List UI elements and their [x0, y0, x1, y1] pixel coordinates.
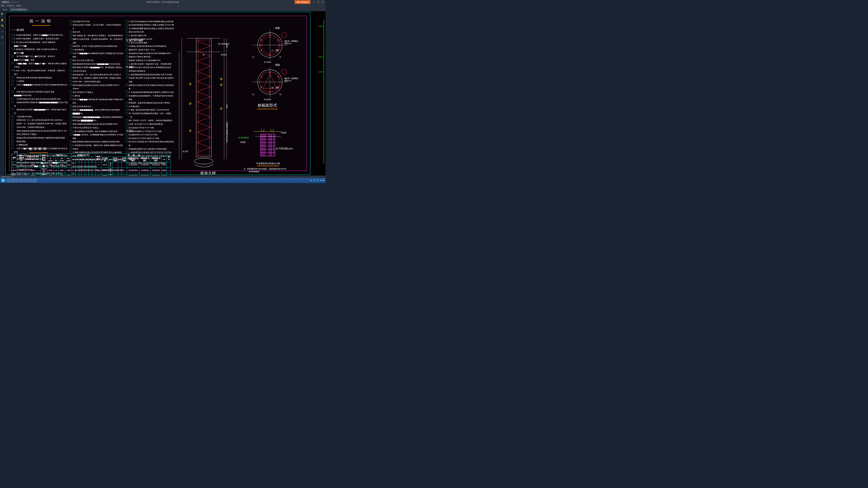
drawing-canvas[interactable]: A2-4 A2-2 A2-4 统一说明 一 一般说明 1. 本说明为通用说明，说… [4, 11, 326, 176]
task-icon[interactable] [20, 179, 24, 182]
spec-line: (1).每一承台,进行不少于1根的低应变检测。 [126, 123, 175, 126]
spec-line: 太大多断续浪费费,建议灌注混凝土完成面之标高比桩项 [126, 27, 175, 30]
taskbar[interactable]: ▲ 🔊 🌐 21:20 [0, 178, 326, 183]
protect-b-label: 钢护筒（按需要设） 壁厚4mm [284, 77, 300, 82]
spec-line: 和广东省建筑工程质量检测技术规定（试行）的规定〈粤 [126, 112, 175, 119]
dim70-a1: 70 [252, 56, 254, 58]
svg-point-34 [261, 39, 262, 41]
tool-more-icon[interactable]: ⋯ [1, 47, 4, 51]
svg-point-5 [194, 158, 213, 164]
svg-point-35 [278, 39, 279, 41]
more-icon[interactable]: ▾ [17, 1, 19, 3]
dim70-b2: 70 [279, 93, 281, 96]
task-icon[interactable] [29, 179, 33, 182]
spec-line: 可由设计单位同甲方,监理公司施工单位及其他门道想开孔确 [126, 76, 175, 84]
redo-icon[interactable]: ► [14, 1, 16, 3]
spec-line: 段取样一次；非桩端持力层段取高为300~500；桩端持力层段 [11, 122, 68, 126]
view-layout1[interactable]: 布局1 [16, 173, 22, 176]
spec-line: 为100~300。分析取样准备孔检验。 [70, 80, 124, 84]
close-icon[interactable]: ✕ [322, 1, 323, 3]
spec-line: ③单独下的单柱柱中心位置的偏差D/15。 [126, 59, 175, 62]
tray-icon[interactable]: ▲ [310, 180, 312, 182]
tool-measure-icon[interactable]: 📏 [1, 24, 4, 28]
tray-icon[interactable]: 🔊 [313, 180, 315, 182]
sec6-title: 六 质检 [126, 66, 133, 69]
spec-line: 有资质单位检测鉴定。 [126, 69, 175, 73]
spec-line: 入岩深度H1详桩表。 [11, 115, 68, 119]
task-icon[interactable] [24, 179, 28, 182]
spec-line: 1. 本说明为通用说明，说明中凡有▇▇▇符号者请用本工程。 [11, 33, 68, 37]
minimize-icon[interactable]: — [313, 1, 315, 3]
tool-pan-icon[interactable]: ✋ [1, 18, 4, 22]
login-button[interactable]: 登录/注册送会员 [295, 0, 311, 4]
spec-line: 偏差在D/6 ,但的条不超过一方向。 [126, 48, 175, 52]
mode-dropdown[interactable]: 浏图模式 [1, 0, 10, 3]
spec-line: ①本工程▇▇▇▇桩为摩擦端样桩,施工以原端提供设计桩长及板端 [70, 52, 124, 59]
task-icon[interactable] [33, 179, 37, 182]
svg-point-49 [278, 76, 279, 78]
pile-table: 桩号混凝土 强度等级 单桩竖向承 载力特征值 Ra（kN）设计 桩顶 标高 桩身… [11, 154, 170, 176]
section-b-icon [249, 65, 291, 101]
task-icon[interactable] [11, 179, 15, 182]
clock[interactable]: 21:20 [320, 180, 324, 182]
spec-line: 设焊样。 [70, 147, 124, 151]
pile-head-detail-icon [245, 124, 288, 161]
spec-line: ④钻孔或旋后必须清除孔底沉渣,请孔后沉渣厚度不得大于100mm [70, 84, 124, 90]
spec-line: 2. 桩的质量检测和描述依监理单位组织,对清工序作检 [126, 73, 175, 76]
tool-layer-icon[interactable]: ≣ [1, 36, 4, 39]
spec-line: (5).高应变不少于5%不低且不少于5根. [126, 136, 175, 140]
spec-line: ①本工程▇▇▇▇为摩样桩,施工必须按提供后随中高度的设计桩长。 [70, 98, 124, 105]
base-beam-label: 基础梁 [281, 131, 287, 134]
tray-icon[interactable]: 🌐 [317, 180, 319, 182]
table-row: ZH14C3512000见桩位图 1400>940001200 A 20Φ20通… [11, 173, 170, 175]
spec-line: 具体检测以报监理,设计,建设单位共同协定确定。 [126, 147, 175, 151]
dim70-b1: 70 [252, 93, 254, 96]
svg-point-39 [269, 54, 271, 56]
spec-line: 2. 加劲箍设在主筋内侧。倾斜角 排头 述探路,钢筋接头应交错 [70, 144, 124, 147]
spec-line: 入岩深H1详桩表。 [70, 69, 124, 73]
view-layout2[interactable]: 布局2 [22, 173, 29, 176]
d-ge-label: D≥1600 [264, 98, 271, 101]
task-icon[interactable] [16, 179, 19, 182]
main-title: 统一说明 [11, 19, 71, 24]
cursor-icon: ✛ [203, 54, 205, 56]
view-model[interactable]: 模型 [11, 173, 16, 176]
tool-select-icon[interactable]: ▭ [1, 30, 4, 33]
svg-text:2000: 2000 [226, 104, 228, 109]
tab-file[interactable]: A1A2A3桩基础.dwg [9, 8, 28, 11]
spec-line: 检学【2000】1137号〉的要求，对桩基采用检测规定： [126, 119, 175, 123]
task-icon[interactable] [7, 179, 10, 182]
tab-start[interactable]: 起始页 [1, 8, 9, 11]
spec-line: 3. 扩底的端承桩和摩擦端承桩有桩除尺上的要求外,还应 [126, 90, 175, 94]
spec-line: 测等检测。如发现有问题的桩,滤至应以设计要求后 [126, 101, 175, 105]
spec-line: ③桩长为▇▇▇▇▇▇▇。桩桩土性要求地压力标准值fak [70, 108, 124, 112]
maximize-icon[interactable]: ▢ [317, 1, 319, 3]
spec-line: 并应立即灌注水下混凝土。 [70, 90, 124, 94]
scale-mark: A2-2 [318, 55, 323, 58]
start-icon[interactable] [1, 178, 5, 183]
spec-line: 优先灌继续注前间勘探机号。可采用超声波等式对桩身能做 [126, 94, 175, 101]
tool-zoom-icon[interactable]: 🔍 [1, 13, 4, 16]
spec-line: 桩长为主,以承入深度为补。 [70, 59, 124, 62]
table-row: ZH10C357000见桩位图 1000>930001200 A 16Φ18通长… [11, 162, 170, 168]
window-title: 浩辰CAD看图王 - [A1A2A3桩基础.dwg] [147, 1, 179, 3]
spec-line: 1. 纵向钢筋接头应设焊接。纵向①纵钢筋向应伸出顶林 [70, 129, 124, 133]
menu-cloud[interactable]: 云批注 [16, 5, 21, 7]
undo-icon[interactable]: ◄ [11, 1, 13, 3]
spec-line: 4. 施工时应按桩项的设计标高革需提纲混凝土的灌注量, [126, 20, 175, 23]
spec-line: (2).钻孔抽芯10%且不少于10根. [126, 126, 175, 129]
spec-line: ②成孔达到设计深度后，孔口应予保护，并按有关规定验收，并 [70, 23, 124, 30]
spec-line: 于300,并应立即灌注水下混凝土。 [70, 126, 124, 129]
spec-line: (6).对设计为抗拔或水平力要求的应采用竖向静载抗拔试验。 [126, 140, 175, 147]
menu-extend[interactable]: 扩展工具 [7, 5, 13, 7]
tool-text-icon[interactable]: A [1, 41, 4, 45]
spec-line: 度的单轴抗压强度fr为▇▇▇▇▇KPa。要求桩端嵌入微风化, [70, 66, 124, 69]
spec-line: 测量孔介至设定高度，扩底成孔灌注桩要时，第一次应清时扩底部 [70, 37, 124, 44]
spec-line: ③设备孔间（冲）进入基岩后,每钻进100~500 ,应清孔分 [11, 119, 68, 122]
spec-line: ②根据地质资料,经端承桩为▇▇▇▇▇▇▇▇▇▇岩,岩石天然湿 [11, 101, 68, 108]
menu-common[interactable]: 常用 [1, 5, 4, 7]
spec-line: 段取样一次：非桩端持力层段高为300~500；桩端持力层段 [70, 76, 124, 80]
spec-line: 份的原深，并使水下混凝土的漫灌方法保后灌浦至设底 [70, 44, 124, 48]
spec-line: 1. 桩径容许偏差为-50。 [126, 34, 175, 37]
section-title-label: 桩截面型式 [249, 103, 286, 110]
